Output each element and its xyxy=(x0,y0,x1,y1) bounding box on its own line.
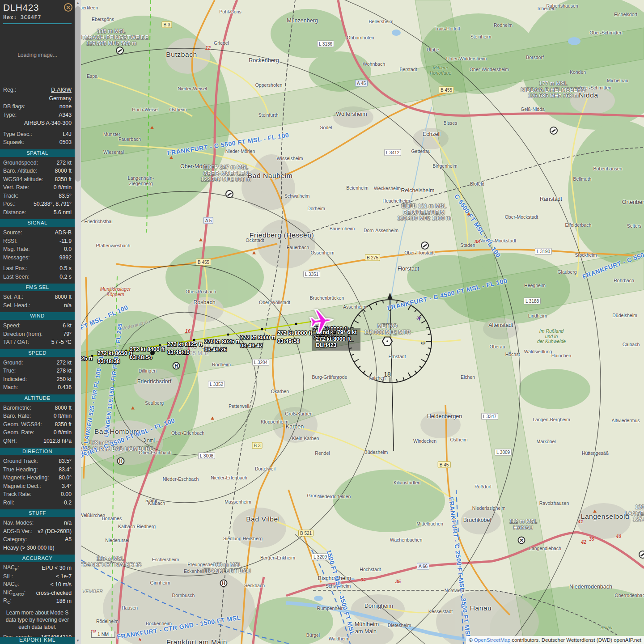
info-label: Indicated: xyxy=(3,376,27,382)
info-label: WGS84 altitude: xyxy=(3,176,43,182)
map-town-label: Altenstadt xyxy=(488,322,513,328)
registration-link[interactable]: D-AIGW xyxy=(51,87,72,93)
map-town-label: Dornbusch xyxy=(172,593,195,598)
info-row: ADS-B Ver.:v2 (DO-260B) xyxy=(0,527,75,536)
section-header: DIRECTION xyxy=(0,448,75,455)
map-town-label: Oberau xyxy=(489,344,505,349)
map-town-label: Rabertshausen xyxy=(546,3,578,8)
map-town-label: Effolderbach xyxy=(565,222,592,228)
map-town-label: Bauernheim xyxy=(330,226,355,231)
map-town-label: Weckesheim xyxy=(374,186,401,191)
scroll-up-icon[interactable]: ▲ xyxy=(75,0,81,6)
map-town-label: Staden xyxy=(460,242,475,248)
info-value: 0.0 xyxy=(64,246,72,252)
info-row: Geom. Rate:0 ft/min xyxy=(0,428,75,437)
scrollbar-thumb[interactable] xyxy=(75,6,80,182)
map-town-label: Ravolzhausen xyxy=(539,500,569,506)
map-town-label: Reichelsheim xyxy=(401,187,434,194)
info-value: A343 xyxy=(59,112,72,118)
info-value: 79° xyxy=(63,331,72,337)
aircraft-info-panel: DLH423 ✕ Hex: 3C64F7 Loading image... Re… xyxy=(0,0,75,644)
map-town-label: Höchst xyxy=(505,352,520,357)
map-town-label: Hüttengesäß xyxy=(582,450,609,456)
info-label: Geom. Rate: xyxy=(3,429,34,436)
map-town-label: Ober-Wöllstadt xyxy=(259,300,290,305)
info-row: Track Rate:0.00 xyxy=(0,490,75,499)
info-value: 0 ft/min xyxy=(54,429,72,436)
map-canvas[interactable]: 0918 OberkleenEbersgönsPohl-GönsMünzenbe… xyxy=(81,0,644,644)
info-value: 0.436 xyxy=(58,384,72,390)
map-town-label: Steinfurth xyxy=(258,112,279,118)
info-value: -0.2 xyxy=(62,500,72,506)
section-header: FMS SEL xyxy=(0,284,75,291)
info-row: Ground:272 kt xyxy=(0,359,75,367)
info-label: Sel. Head.: xyxy=(3,302,30,309)
map-town-label: Beienheim xyxy=(346,185,369,191)
navaid-label: METRO110.000 MHz MTR xyxy=(364,323,411,335)
map-attribution: © OpenStreetMap contributors. Deutscher … xyxy=(466,636,644,644)
info-value: 186 m xyxy=(56,598,72,604)
heliport-icon: H xyxy=(220,580,228,587)
section-header: ACCURACY xyxy=(0,555,75,562)
info-label: Type: xyxy=(3,112,17,118)
openstreetmap-link[interactable]: OpenStreetMap xyxy=(474,637,510,643)
map-town-label: Mittelbuchen xyxy=(416,521,443,526)
map-town-label: Waldheim xyxy=(329,636,349,641)
obstacle-triangle-icon xyxy=(169,156,173,159)
aircraft-marker[interactable] xyxy=(305,306,336,336)
map-town-label: Niederdorfelden xyxy=(318,494,351,499)
obstacle-triangle-icon xyxy=(199,238,203,242)
motorway-exit-number: 39 xyxy=(589,536,594,542)
info-value: n/a xyxy=(64,302,72,309)
map-town-label: Bisses xyxy=(444,120,458,126)
airspace-label: LANGEN 119.150 - FIR FL 100 - FL 245 xyxy=(103,323,123,437)
trail-point-label: 272 kt 8125 ft03:49:10 xyxy=(167,340,203,356)
info-row: True Heading:83.4° xyxy=(0,466,75,474)
trail-point-label: 25 ft xyxy=(81,355,93,363)
motorway-exit-number: 16 xyxy=(185,328,191,334)
sidebar-scrollbar[interactable]: ▲ ▼ xyxy=(75,0,81,644)
motorway-exit-number: 35 xyxy=(395,579,401,584)
info-label: Distance: xyxy=(3,209,26,216)
trail-point-label: 272 kt 8000 ft03:49:42 xyxy=(240,334,275,350)
info-value: 8000 ft xyxy=(55,294,72,300)
navaid-label: 335 m MSLBUTZBACH-PFINGSTWEIDE129.505 MH… xyxy=(81,29,148,47)
map-town-label: Borsdorf xyxy=(526,55,544,60)
info-label: Magnetic Decl.: xyxy=(3,483,41,489)
glider-site-icon xyxy=(116,47,124,55)
motorway-exit-number: 38 xyxy=(475,239,480,244)
map-town-label: Hoch-Weisel xyxy=(132,107,158,112)
info-row: Barometric:8000 ft xyxy=(0,404,75,412)
map-town-label: Dillingen xyxy=(139,368,157,373)
airplane-icon xyxy=(309,308,334,334)
close-icon[interactable]: ✕ xyxy=(64,3,72,12)
glider-site-icon xyxy=(639,551,644,559)
attribution-rest: contributors. Deutscher Wetterdienst (DW… xyxy=(510,637,641,643)
map-town-label: Bingenheim xyxy=(432,163,457,169)
info-row: Reg.:D-AIGW xyxy=(0,86,75,94)
scroll-down-icon[interactable]: ▼ xyxy=(75,638,81,644)
map-town-label: Glauberg xyxy=(557,269,576,275)
map-town-label: Roßdorf xyxy=(475,484,491,489)
glider-site-icon xyxy=(421,242,429,250)
info-row: RC:186 m xyxy=(0,597,75,606)
info-label: Baro. Rate: xyxy=(3,413,31,419)
info-value: 0503 xyxy=(59,139,72,145)
info-value: none xyxy=(59,103,72,110)
map-town-label: Friedrichsthal xyxy=(84,219,112,224)
navaid-label: 120 m MSLLANGENSELBOLD125.835 MHz xyxy=(625,504,644,523)
map-town-label: Obbornhofen xyxy=(347,35,374,40)
export-kml-button[interactable]: EXPORT KML xyxy=(0,637,75,644)
info-row: Magnetic Decl.:3.4° xyxy=(0,482,75,491)
info-label: True Heading: xyxy=(3,466,38,473)
info-value: 5.6 nmi xyxy=(54,209,72,216)
nature-area-label: Bulau xyxy=(601,625,613,631)
map-town-label: Marköbel xyxy=(536,439,555,444)
map-town-label: Nieder-Weisel xyxy=(178,86,207,91)
info-row: Germany xyxy=(0,94,75,103)
range-ring-label: 5 nmi xyxy=(145,498,157,503)
runway-bar xyxy=(551,129,556,132)
map-town-label: Heegheim xyxy=(524,283,546,288)
road-badge: B 275 xyxy=(365,254,380,261)
info-label: Ground: xyxy=(3,360,23,366)
